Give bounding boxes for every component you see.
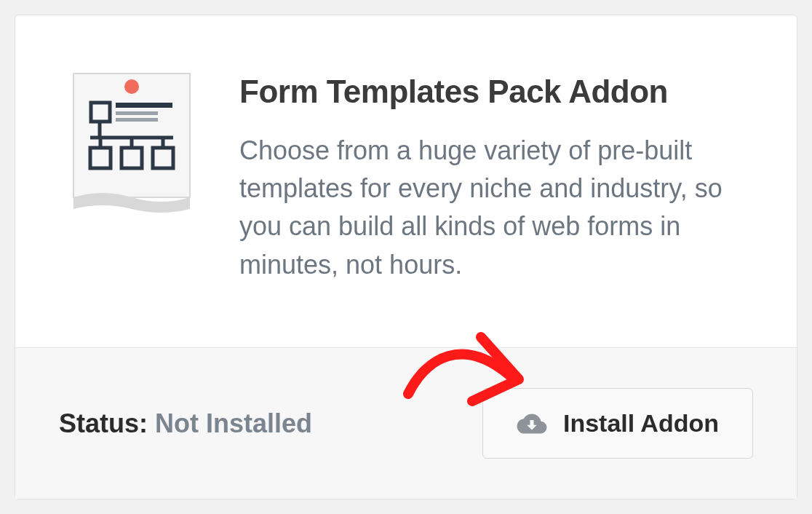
addon-card: Form Templates Pack Addon Choose from a … bbox=[15, 15, 797, 499]
status-label: Status: bbox=[59, 408, 148, 438]
addon-footer: Status: Not Installed Install Addon bbox=[15, 347, 797, 499]
addon-text: Form Templates Pack Addon Choose from a … bbox=[239, 66, 753, 318]
install-button-label: Install Addon bbox=[563, 409, 719, 438]
addon-icon bbox=[59, 66, 204, 318]
addon-description: Choose from a huge variety of pre-built … bbox=[239, 132, 734, 284]
svg-rect-4 bbox=[116, 111, 158, 115]
status-text: Status: Not Installed bbox=[59, 408, 312, 439]
cloud-download-icon bbox=[517, 411, 547, 436]
addon-title: Form Templates Pack Addon bbox=[239, 74, 753, 110]
svg-rect-5 bbox=[116, 118, 158, 122]
svg-rect-3 bbox=[116, 103, 172, 108]
status-value: Not Installed bbox=[155, 408, 312, 438]
svg-point-1 bbox=[124, 79, 139, 94]
form-templates-icon bbox=[59, 66, 204, 219]
install-addon-button[interactable]: Install Addon bbox=[482, 388, 753, 459]
addon-content: Form Templates Pack Addon Choose from a … bbox=[15, 15, 797, 347]
